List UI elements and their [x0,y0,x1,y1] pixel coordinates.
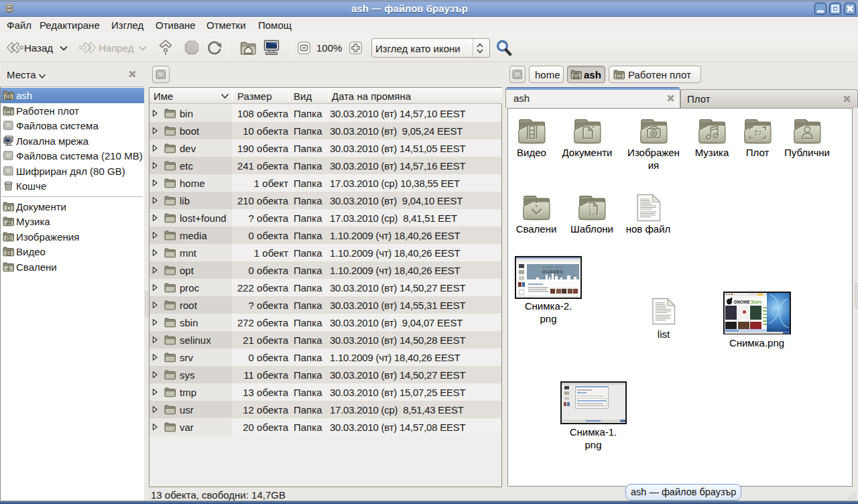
svg-text:Store: Store [751,300,762,304]
svg-text:GNOME: GNOME [734,300,751,304]
svg-text:The GNOME conference: The GNOME conference [542,266,564,269]
